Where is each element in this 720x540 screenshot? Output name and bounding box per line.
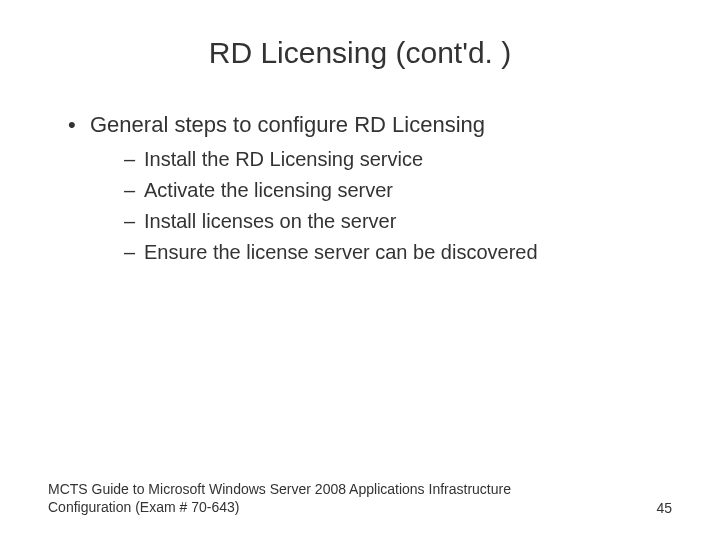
bullet-level2-item: Ensure the license server can be discove… xyxy=(124,239,672,266)
bullet-level2-text: Install the RD Licensing service xyxy=(144,148,423,170)
bullet-level1-item: General steps to configure RD Licensing … xyxy=(68,110,672,266)
bullet-level2-text: Install licenses on the server xyxy=(144,210,396,232)
bullet-level2-item: Install licenses on the server xyxy=(124,208,672,235)
slide-title: RD Licensing (cont'd. ) xyxy=(48,36,672,70)
bullet-list-level1: General steps to configure RD Licensing … xyxy=(48,110,672,266)
slide-footer: MCTS Guide to Microsoft Windows Server 2… xyxy=(48,480,672,516)
slide-body: General steps to configure RD Licensing … xyxy=(48,110,672,266)
page-number: 45 xyxy=(656,500,672,516)
bullet-level2-text: Activate the licensing server xyxy=(144,179,393,201)
bullet-list-level2: Install the RD Licensing service Activat… xyxy=(90,146,672,266)
footer-text: MCTS Guide to Microsoft Windows Server 2… xyxy=(48,480,568,516)
bullet-level2-item: Install the RD Licensing service xyxy=(124,146,672,173)
bullet-level2-item: Activate the licensing server xyxy=(124,177,672,204)
bullet-level1-text: General steps to configure RD Licensing xyxy=(90,112,485,137)
slide: RD Licensing (cont'd. ) General steps to… xyxy=(0,0,720,540)
bullet-level2-text: Ensure the license server can be discove… xyxy=(144,241,538,263)
